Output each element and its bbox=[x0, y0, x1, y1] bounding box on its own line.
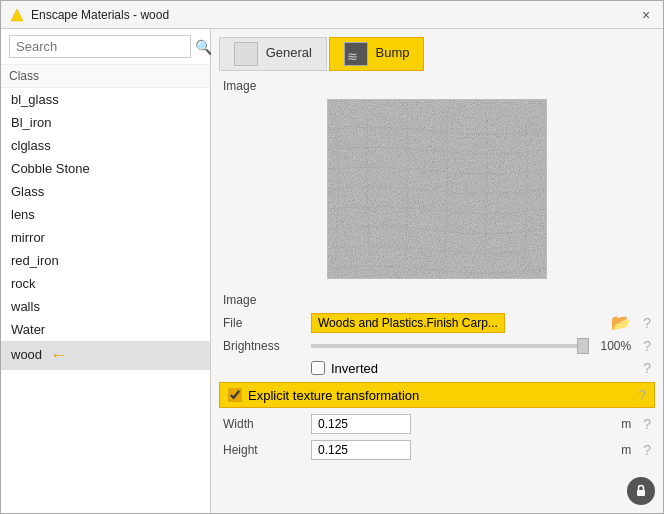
svg-rect-6 bbox=[637, 490, 645, 496]
inverted-label: Inverted bbox=[331, 361, 378, 376]
image-preview bbox=[327, 99, 547, 279]
title-bar: Enscape Materials - wood × bbox=[1, 1, 663, 29]
material-item[interactable]: Water bbox=[1, 318, 210, 341]
inverted-row: Inverted ? bbox=[219, 360, 655, 376]
brightness-row: Brightness 100% ? bbox=[219, 338, 655, 354]
inverted-checkbox-container: Inverted bbox=[311, 361, 631, 376]
material-item[interactable]: red_iron bbox=[1, 249, 210, 272]
material-item[interactable]: Cobble Stone bbox=[1, 157, 210, 180]
main-panel: General ≋ Bump Image bbox=[211, 29, 663, 513]
tab-bump-label: Bump bbox=[376, 45, 410, 60]
sidebar: 🔍 Class bl_glass Bl_iron clglass Cobble … bbox=[1, 29, 211, 513]
tab-general-label: General bbox=[266, 45, 312, 60]
material-item[interactable]: rock bbox=[1, 272, 210, 295]
search-area: 🔍 bbox=[1, 29, 210, 65]
height-unit: m bbox=[611, 443, 631, 457]
brightness-value: 100% bbox=[595, 339, 631, 353]
window-title: Enscape Materials - wood bbox=[31, 8, 637, 22]
inverted-checkbox[interactable] bbox=[311, 361, 325, 375]
svg-rect-4 bbox=[328, 100, 546, 278]
class-label: Class bbox=[1, 65, 210, 88]
main-window: Enscape Materials - wood × 🔍 Class bl_gl… bbox=[0, 0, 664, 514]
image-field-label: Image bbox=[223, 293, 303, 307]
svg-text:≋: ≋ bbox=[347, 49, 358, 64]
help-icon-explicit[interactable]: ? bbox=[638, 387, 646, 403]
height-input-container bbox=[311, 440, 603, 460]
help-icon-height[interactable]: ? bbox=[643, 442, 651, 458]
material-item[interactable]: walls bbox=[1, 295, 210, 318]
app-icon bbox=[9, 7, 25, 23]
height-row: Height m ? bbox=[219, 440, 655, 460]
material-item[interactable]: bl_glass bbox=[1, 88, 210, 111]
svg-marker-0 bbox=[11, 9, 23, 21]
bump-texture-svg bbox=[328, 99, 546, 279]
material-item[interactable]: mirror bbox=[1, 226, 210, 249]
width-input[interactable] bbox=[311, 414, 411, 434]
width-row: Width m ? bbox=[219, 414, 655, 434]
image-section-row: Image bbox=[219, 79, 655, 93]
brightness-label: Brightness bbox=[223, 339, 303, 353]
image-preview-container bbox=[219, 99, 655, 287]
material-item[interactable]: Bl_iron bbox=[1, 111, 210, 134]
material-item-selected[interactable]: wood ← bbox=[1, 341, 210, 370]
brightness-slider-container: 100% bbox=[311, 339, 631, 353]
explicit-texture-checkbox[interactable] bbox=[228, 388, 242, 402]
material-list: bl_glass Bl_iron clglass Cobble Stone Gl… bbox=[1, 88, 210, 513]
help-icon-brightness[interactable]: ? bbox=[643, 338, 651, 354]
lock-svg bbox=[634, 484, 648, 498]
selection-arrow-icon: ← bbox=[50, 345, 68, 366]
height-label: Height bbox=[223, 443, 303, 457]
help-icon-file[interactable]: ? bbox=[643, 315, 651, 331]
search-icon: 🔍 bbox=[195, 39, 212, 55]
width-label: Width bbox=[223, 417, 303, 431]
panel-content: Image bbox=[219, 79, 655, 505]
content-area: 🔍 Class bl_glass Bl_iron clglass Cobble … bbox=[1, 29, 663, 513]
tab-general[interactable]: General bbox=[219, 37, 327, 71]
help-icon-width[interactable]: ? bbox=[643, 416, 651, 432]
file-row: File Woods and Plastics.Finish Carp... 📂… bbox=[219, 313, 655, 332]
lock-icon-button[interactable] bbox=[627, 477, 655, 505]
material-item[interactable]: Glass bbox=[1, 180, 210, 203]
close-button[interactable]: × bbox=[637, 6, 655, 24]
tab-general-thumbnail bbox=[234, 42, 258, 66]
file-input[interactable]: Woods and Plastics.Finish Carp... bbox=[311, 313, 505, 333]
image-label-row: Image bbox=[219, 293, 655, 307]
folder-icon-button[interactable]: 📂 bbox=[611, 313, 631, 332]
file-value-container: Woods and Plastics.Finish Carp... bbox=[311, 315, 603, 330]
height-input[interactable] bbox=[311, 440, 411, 460]
width-input-container bbox=[311, 414, 603, 434]
file-label: File bbox=[223, 316, 303, 330]
tab-bar: General ≋ Bump bbox=[219, 37, 655, 71]
material-item[interactable]: clglass bbox=[1, 134, 210, 157]
search-input[interactable] bbox=[9, 35, 191, 58]
help-icon-inverted[interactable]: ? bbox=[643, 360, 651, 376]
tab-bump-thumbnail: ≋ bbox=[344, 42, 368, 66]
explicit-texture-row: Explicit texture transformation ? bbox=[219, 382, 655, 408]
image-section-label: Image bbox=[223, 79, 303, 93]
material-item[interactable]: lens bbox=[1, 203, 210, 226]
explicit-texture-label: Explicit texture transformation bbox=[248, 388, 419, 403]
brightness-slider[interactable] bbox=[311, 344, 589, 348]
width-unit: m bbox=[611, 417, 631, 431]
tab-bump[interactable]: ≋ Bump bbox=[329, 37, 425, 71]
